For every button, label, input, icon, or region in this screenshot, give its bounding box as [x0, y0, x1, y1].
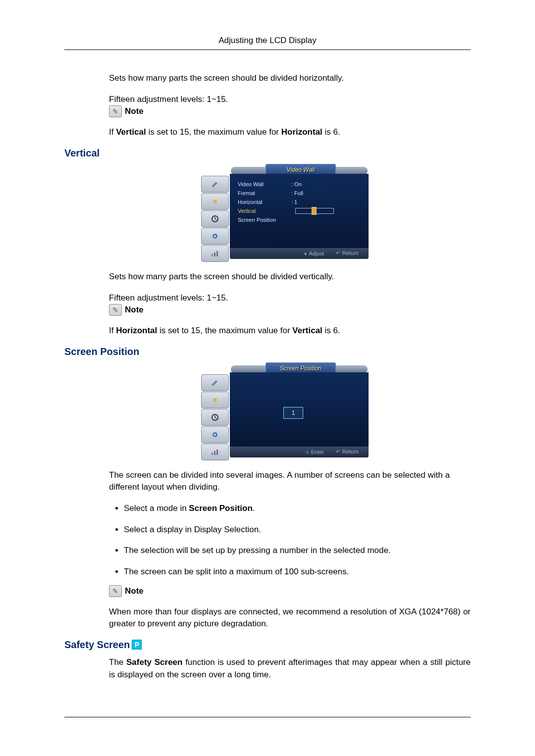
svg-rect-4	[212, 254, 213, 256]
horizontal-desc: Sets how many parts the screen should be…	[109, 72, 471, 85]
clock-icon[interactable]	[201, 210, 229, 227]
vertical-desc: Sets how many parts the screen should be…	[109, 271, 471, 283]
hint-adjust: ♦Adjust	[304, 251, 324, 256]
page-header: Adjusting the LCD Display	[64, 36, 471, 50]
note-row: ✎ Note	[109, 304, 471, 316]
gear-icon[interactable]	[201, 228, 229, 245]
svg-point-3	[214, 235, 216, 237]
list-item: Select a mode in Screen Position.	[124, 503, 471, 515]
footer-rule	[64, 717, 471, 717]
diamond-icon: ♦	[304, 251, 307, 256]
osd-sidebar	[201, 374, 229, 461]
screen-position-list: Select a mode in Screen Position. Select…	[109, 503, 471, 578]
enter-icon: ⎆	[306, 449, 309, 455]
screen-position-content: Screen Position 1 ⎆Enter ↶Return The scr…	[109, 363, 471, 630]
vertical-content: Video Wall Video Wall: On Format: Full H…	[109, 165, 471, 337]
hint-return: ↶Return	[336, 449, 359, 455]
svg-point-10	[214, 434, 216, 436]
gear-icon[interactable]	[201, 426, 229, 443]
screen-position-cell[interactable]: 1	[283, 407, 303, 419]
note-label: Note	[125, 586, 144, 596]
screen-position-heading: Screen Position	[64, 346, 471, 357]
list-item: The screen can be split into a maximum o…	[124, 566, 471, 578]
sun-icon[interactable]	[201, 193, 229, 210]
note-row: ✎ Note	[109, 105, 471, 117]
safety-screen-content: The Safety Screen function is used to pr…	[109, 656, 471, 681]
menu-row-horizontal[interactable]: Horizontal: 1	[238, 198, 334, 206]
osd-hints: ♦Adjust ↶Return	[230, 248, 369, 259]
safety-screen-heading: Safety Screen P	[64, 639, 471, 651]
brush-icon[interactable]	[201, 374, 229, 391]
svg-rect-12	[214, 451, 215, 455]
page: Adjusting the LCD Display Sets how many …	[0, 0, 535, 756]
chart-icon[interactable]	[201, 245, 229, 262]
note-icon: ✎	[109, 105, 122, 117]
svg-point-0	[213, 200, 217, 203]
osd-menu: Video Wall: On Format: Full Horizontal: …	[238, 180, 334, 224]
osd-screen-position: Screen Position 1 ⎆Enter ↶Return	[201, 363, 369, 457]
vertical-heading: Vertical	[64, 148, 471, 159]
chart-icon[interactable]	[201, 444, 229, 460]
list-item: The selection will be set up by pressing…	[124, 545, 471, 557]
clock-icon[interactable]	[201, 409, 229, 426]
note-row: ✎ Note	[109, 585, 471, 597]
svg-rect-5	[214, 252, 215, 256]
return-icon: ↶	[336, 250, 340, 256]
osd-hints: ⎆Enter ↶Return	[230, 447, 369, 457]
note-icon: ✎	[109, 585, 122, 597]
svg-rect-11	[212, 453, 213, 455]
svg-rect-6	[216, 251, 218, 256]
vertical-levels: Fifteen adjustment levels: 1~15.	[109, 292, 471, 304]
screen-position-desc: The screen can be divided into several i…	[109, 469, 471, 494]
horizontal-continuation: Sets how many parts the screen should be…	[109, 72, 471, 139]
return-icon: ↶	[336, 449, 340, 454]
safety-screen-desc: The Safety Screen function is used to pr…	[109, 656, 471, 681]
vertical-note-text: If Horizontal is set to 15, the maximum …	[109, 325, 471, 337]
menu-row-vertical[interactable]: Vertical	[238, 206, 334, 215]
screen-position-note-text: When more than four displays are connect…	[109, 606, 471, 630]
list-item: Select a display in Display Selection.	[124, 524, 471, 536]
sun-icon[interactable]	[201, 392, 229, 408]
menu-row-format[interactable]: Format: Full	[238, 189, 334, 198]
note-label: Note	[125, 305, 144, 315]
brush-icon[interactable]	[201, 176, 229, 193]
p-badge-icon: P	[132, 640, 142, 650]
safety-screen-title-text: Safety Screen	[64, 639, 130, 651]
hint-return: ↶Return	[336, 250, 359, 256]
horizontal-levels: Fifteen adjustment levels: 1~15.	[109, 94, 471, 106]
hint-enter: ⎆Enter	[306, 449, 324, 455]
svg-rect-13	[216, 450, 218, 455]
menu-row-position[interactable]: Screen Position	[238, 215, 334, 224]
note-icon: ✎	[109, 304, 122, 316]
slider[interactable]	[295, 208, 334, 214]
horizontal-note-text: If Vertical is set to 15, the maximum va…	[109, 126, 471, 139]
osd-sidebar	[201, 176, 229, 262]
menu-row-videowall[interactable]: Video Wall: On	[238, 180, 334, 189]
note-label: Note	[125, 106, 144, 116]
osd-video-wall: Video Wall Video Wall: On Format: Full H…	[201, 165, 369, 259]
svg-point-7	[213, 398, 217, 402]
